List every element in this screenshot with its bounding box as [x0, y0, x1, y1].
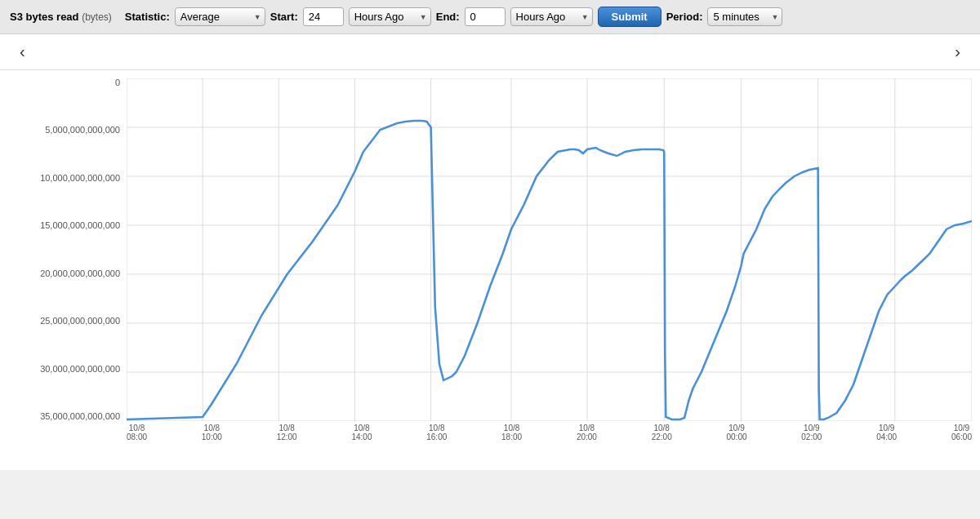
x-label-1: 10/810:00: [202, 424, 222, 441]
chart-area: [127, 78, 972, 421]
statistic-label: Statistic:: [125, 11, 170, 23]
controls-row: Statistic: Average Sum Minimum Maximum S…: [125, 7, 783, 27]
x-label-8: 10/900:00: [727, 424, 747, 441]
end-unit-select-wrapper[interactable]: Hours Ago Days Ago Minutes Ago: [510, 7, 593, 26]
end-unit-select[interactable]: Hours Ago Days Ago Minutes Ago: [510, 7, 593, 26]
y-label-5: 10,000,000,000,000: [40, 174, 120, 183]
y-label-6: 5,000,000,000,000: [45, 126, 120, 135]
start-input[interactable]: [303, 7, 344, 26]
statistic-select-wrapper[interactable]: Average Sum Minimum Maximum Sample Count: [175, 7, 265, 26]
y-label-2: 25,000,000,000,000: [40, 317, 120, 326]
title-unit: (bytes): [82, 11, 112, 23]
chart-container: 35,000,000,000,000 30,000,000,000,000 25…: [0, 70, 980, 470]
start-unit-select-wrapper[interactable]: Hours Ago Days Ago Minutes Ago: [349, 7, 431, 26]
y-label-0: 35,000,000,000,000: [40, 412, 120, 421]
x-axis: 10/808:00 10/810:00 10/812:00 10/814:00 …: [127, 424, 972, 441]
chart-line: [127, 121, 972, 419]
x-label-10: 10/904:00: [876, 424, 897, 441]
x-label-4: 10/816:00: [426, 424, 447, 441]
x-label-3: 10/814:00: [351, 424, 372, 441]
y-axis: 35,000,000,000,000 30,000,000,000,000 25…: [0, 78, 127, 421]
x-label-0: 10/808:00: [127, 424, 147, 441]
x-label-7: 10/822:00: [652, 424, 672, 441]
nav-bar: ‹ ›: [0, 34, 980, 70]
period-label: Period:: [666, 11, 703, 23]
end-label: End:: [436, 11, 460, 23]
y-label-1: 30,000,000,000,000: [40, 365, 120, 374]
x-label-2: 10/812:00: [277, 424, 297, 441]
x-label-9: 10/902:00: [801, 424, 822, 441]
period-select[interactable]: 1 minute 5 minutes 15 minutes 1 hour 6 h…: [707, 7, 782, 26]
prev-button[interactable]: ‹: [13, 39, 32, 64]
period-select-wrapper[interactable]: 1 minute 5 minutes 15 minutes 1 hour 6 h…: [707, 7, 782, 26]
submit-button[interactable]: Submit: [598, 7, 662, 27]
y-label-4: 15,000,000,000,000: [40, 221, 120, 230]
x-label-11: 10/906:00: [951, 424, 972, 441]
title-text: S3 bytes read: [10, 11, 79, 23]
y-label-3: 20,000,000,000,000: [40, 269, 120, 278]
statistic-select[interactable]: Average Sum Minimum Maximum Sample Count: [175, 7, 265, 26]
start-unit-select[interactable]: Hours Ago Days Ago Minutes Ago: [349, 7, 431, 26]
x-label-6: 10/820:00: [577, 424, 597, 441]
next-button[interactable]: ›: [948, 39, 967, 64]
chart-title: S3 bytes read (bytes): [10, 11, 112, 23]
end-input[interactable]: [465, 7, 506, 26]
y-label-7: 0: [115, 78, 120, 87]
start-label: Start:: [270, 11, 298, 23]
x-label-5: 10/818:00: [501, 424, 522, 441]
top-bar: S3 bytes read (bytes) Statistic: Average…: [0, 0, 980, 34]
chart-svg: [127, 78, 972, 421]
